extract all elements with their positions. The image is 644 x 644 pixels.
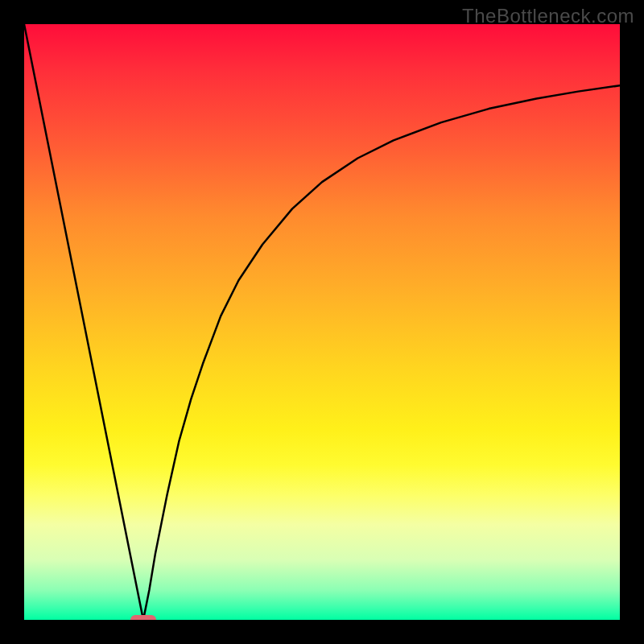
bottleneck-curve (24, 24, 620, 620)
minimum-marker (130, 615, 156, 620)
plot-area (24, 24, 620, 620)
chart-frame: TheBottleneck.com (0, 0, 644, 644)
